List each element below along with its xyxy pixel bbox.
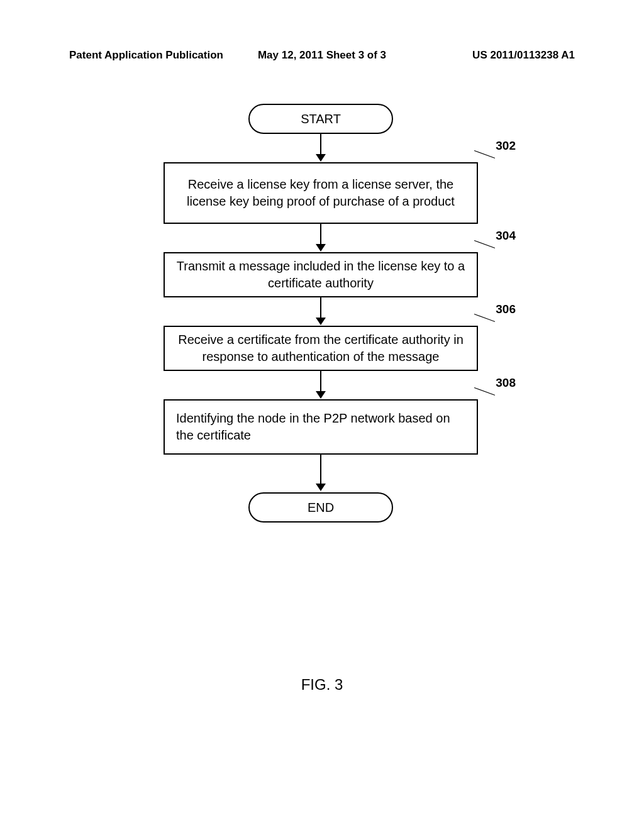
step-number-304: 304 [496,229,516,243]
end-terminal: END [248,492,393,523]
arrow-2: 304 [164,224,478,252]
process-box-304: Transmit a message included in the licen… [164,252,478,297]
step-number-306: 306 [496,302,516,316]
process-text-302: Receive a license key from a license ser… [176,176,465,210]
step-number-308: 308 [496,376,516,390]
header-publication-type: Patent Application Publication [69,49,238,62]
end-label: END [308,501,334,515]
step-number-302: 302 [496,139,516,153]
arrow-3: 306 [164,297,478,326]
start-label: START [301,112,341,126]
process-box-306: Receive a certificate from the certifica… [164,326,478,371]
flowchart-diagram: START 302 Receive a license key from a l… [164,104,478,523]
process-text-308: Identifying the node in the P2P network … [176,410,465,444]
process-box-302: Receive a license key from a license ser… [164,162,478,224]
document-header: Patent Application Publication May 12, 2… [0,0,644,62]
process-text-306: Receive a certificate from the certifica… [176,331,465,365]
arrow-5 [164,455,478,492]
process-box-308: Identifying the node in the P2P network … [164,399,478,455]
arrow-4: 308 [164,371,478,399]
arrow-1: 302 [164,134,478,162]
header-patent-number: US 2011/0113238 A1 [406,49,575,62]
start-terminal: START [248,104,393,134]
figure-caption: FIG. 3 [301,676,343,694]
process-text-304: Transmit a message included in the licen… [176,258,465,292]
header-date-sheet: May 12, 2011 Sheet 3 of 3 [238,49,406,62]
